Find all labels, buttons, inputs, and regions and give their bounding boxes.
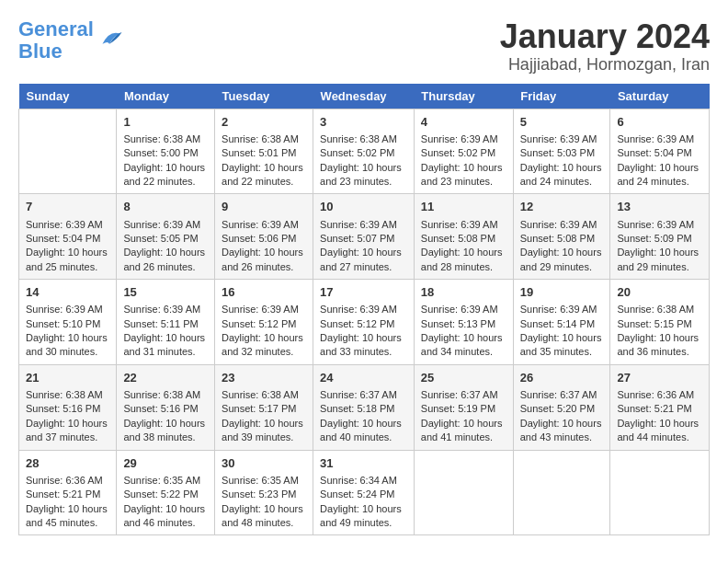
day-number: 21 <box>26 370 109 386</box>
cell-content-line: and 35 minutes. <box>520 345 604 359</box>
cell-content-line: Sunset: 5:10 PM <box>26 317 109 331</box>
calendar-cell: 29Sunrise: 6:35 AMSunset: 5:22 PMDayligh… <box>117 450 215 535</box>
cell-content-line: Sunrise: 6:36 AM <box>26 474 109 488</box>
cell-content-line: Sunset: 5:12 PM <box>320 317 407 331</box>
calendar-header-row: SundayMondayTuesdayWednesdayThursdayFrid… <box>19 84 710 109</box>
cell-content-line: Sunrise: 6:39 AM <box>520 303 604 316</box>
cell-content-line: Daylight: 10 hours <box>320 331 407 345</box>
day-number: 5 <box>520 114 604 131</box>
logo-bird-icon <box>96 27 123 54</box>
cell-content-line: Sunrise: 6:38 AM <box>320 132 407 146</box>
day-number: 9 <box>222 199 306 215</box>
cell-content-line: and 36 minutes. <box>617 345 702 359</box>
cell-content-line: and 24 minutes. <box>520 175 604 189</box>
cell-content-line: and 27 minutes. <box>320 260 407 274</box>
calendar-cell: 26Sunrise: 6:37 AMSunset: 5:20 PMDayligh… <box>513 364 610 450</box>
calendar-cell: 18Sunrise: 6:39 AMSunset: 5:13 PMDayligh… <box>414 280 513 365</box>
cell-content-line: Daylight: 10 hours <box>222 502 306 516</box>
cell-content-line: Daylight: 10 hours <box>26 417 109 431</box>
calendar-cell: 22Sunrise: 6:38 AMSunset: 5:16 PMDayligh… <box>117 364 215 450</box>
day-number: 20 <box>617 284 702 301</box>
cell-content-line: Sunset: 5:15 PM <box>617 317 702 331</box>
day-number: 10 <box>320 199 407 215</box>
cell-content-line: Sunset: 5:01 PM <box>222 146 306 160</box>
cell-content-line: Sunrise: 6:34 AM <box>320 474 407 488</box>
cell-content-line: Sunrise: 6:38 AM <box>222 132 306 146</box>
column-header-tuesday: Tuesday <box>215 84 313 109</box>
calendar-cell <box>414 450 513 535</box>
cell-content-line: Sunrise: 6:39 AM <box>421 303 506 316</box>
cell-content-line: and 38 minutes. <box>123 431 208 444</box>
day-number: 24 <box>320 370 407 386</box>
cell-content-line: Daylight: 10 hours <box>222 246 306 259</box>
day-number: 22 <box>123 370 208 386</box>
calendar-week-row: 1Sunrise: 6:38 AMSunset: 5:00 PMDaylight… <box>19 109 710 194</box>
column-header-friday: Friday <box>513 84 610 109</box>
cell-content-line: Sunset: 5:24 PM <box>320 488 407 501</box>
cell-content-line: and 26 minutes. <box>123 260 208 274</box>
cell-content-line: Daylight: 10 hours <box>617 161 702 175</box>
cell-content-line: and 29 minutes. <box>520 260 604 274</box>
cell-content-line: Daylight: 10 hours <box>26 502 109 516</box>
calendar-cell: 2Sunrise: 6:38 AMSunset: 5:01 PMDaylight… <box>215 109 313 194</box>
cell-content-line: Daylight: 10 hours <box>123 331 208 345</box>
calendar-cell: 28Sunrise: 6:36 AMSunset: 5:21 PMDayligh… <box>19 450 117 535</box>
cell-content-line: and 23 minutes. <box>421 175 506 189</box>
cell-content-line: and 28 minutes. <box>421 260 506 274</box>
day-number: 16 <box>222 284 306 301</box>
column-header-monday: Monday <box>117 84 215 109</box>
day-number: 31 <box>320 455 407 472</box>
cell-content-line: Sunset: 5:23 PM <box>222 488 306 501</box>
calendar-cell: 14Sunrise: 6:39 AMSunset: 5:10 PMDayligh… <box>19 280 117 365</box>
cell-content-line: and 46 minutes. <box>123 516 208 530</box>
cell-content-line: Sunset: 5:09 PM <box>617 232 702 246</box>
day-number: 29 <box>123 455 208 472</box>
column-header-sunday: Sunday <box>19 84 117 109</box>
calendar-cell: 17Sunrise: 6:39 AMSunset: 5:12 PMDayligh… <box>313 280 415 365</box>
cell-content-line: Sunset: 5:17 PM <box>222 402 306 416</box>
cell-content-line: and 22 minutes. <box>123 175 208 189</box>
cell-content-line: and 26 minutes. <box>222 260 306 274</box>
calendar-week-row: 14Sunrise: 6:39 AMSunset: 5:10 PMDayligh… <box>19 280 710 365</box>
cell-content-line: Daylight: 10 hours <box>617 246 702 259</box>
calendar-week-row: 7Sunrise: 6:39 AMSunset: 5:04 PMDaylight… <box>19 194 710 280</box>
calendar-cell: 5Sunrise: 6:39 AMSunset: 5:03 PMDaylight… <box>513 109 610 194</box>
cell-content-line: Sunrise: 6:38 AM <box>617 303 702 316</box>
cell-content-line: Daylight: 10 hours <box>421 331 506 345</box>
cell-content-line: Daylight: 10 hours <box>421 246 506 259</box>
cell-content-line: Sunset: 5:06 PM <box>222 232 306 246</box>
cell-content-line: Sunrise: 6:39 AM <box>520 132 604 146</box>
cell-content-line: and 34 minutes. <box>421 345 506 359</box>
page-title: January 2024 <box>500 18 710 55</box>
cell-content-line: Sunset: 5:18 PM <box>320 402 407 416</box>
logo: General Blue <box>18 18 123 63</box>
cell-content-line: and 24 minutes. <box>617 175 702 189</box>
cell-content-line: Daylight: 10 hours <box>421 161 506 175</box>
calendar-table: SundayMondayTuesdayWednesdayThursdayFrid… <box>18 84 710 536</box>
cell-content-line: Sunset: 5:08 PM <box>520 232 604 246</box>
calendar-cell: 30Sunrise: 6:35 AMSunset: 5:23 PMDayligh… <box>215 450 313 535</box>
page-header: General Blue January 2024 Hajjiabad, Hor… <box>18 18 710 75</box>
cell-content-line: Sunset: 5:22 PM <box>123 488 208 501</box>
cell-content-line: and 39 minutes. <box>222 431 306 444</box>
calendar-cell: 8Sunrise: 6:39 AMSunset: 5:05 PMDaylight… <box>117 194 215 280</box>
cell-content-line: Daylight: 10 hours <box>123 417 208 431</box>
calendar-week-row: 28Sunrise: 6:36 AMSunset: 5:21 PMDayligh… <box>19 450 710 535</box>
cell-content-line: and 29 minutes. <box>617 260 702 274</box>
cell-content-line: Sunrise: 6:38 AM <box>222 388 306 402</box>
cell-content-line: Sunrise: 6:35 AM <box>123 474 208 488</box>
day-number: 19 <box>520 284 604 301</box>
calendar-cell: 1Sunrise: 6:38 AMSunset: 5:00 PMDaylight… <box>117 109 215 194</box>
cell-content-line: Sunrise: 6:39 AM <box>617 218 702 232</box>
cell-content-line: Daylight: 10 hours <box>320 246 407 259</box>
cell-content-line: Sunrise: 6:39 AM <box>421 132 506 146</box>
column-header-saturday: Saturday <box>610 84 710 109</box>
cell-content-line: Sunrise: 6:35 AM <box>222 474 306 488</box>
cell-content-line: Daylight: 10 hours <box>617 417 702 431</box>
day-number: 4 <box>421 114 506 131</box>
cell-content-line: and 43 minutes. <box>520 431 604 444</box>
cell-content-line: Sunset: 5:02 PM <box>320 146 407 160</box>
calendar-week-row: 21Sunrise: 6:38 AMSunset: 5:16 PMDayligh… <box>19 364 710 450</box>
cell-content-line: Sunrise: 6:36 AM <box>617 388 702 402</box>
cell-content-line: Sunset: 5:05 PM <box>123 232 208 246</box>
